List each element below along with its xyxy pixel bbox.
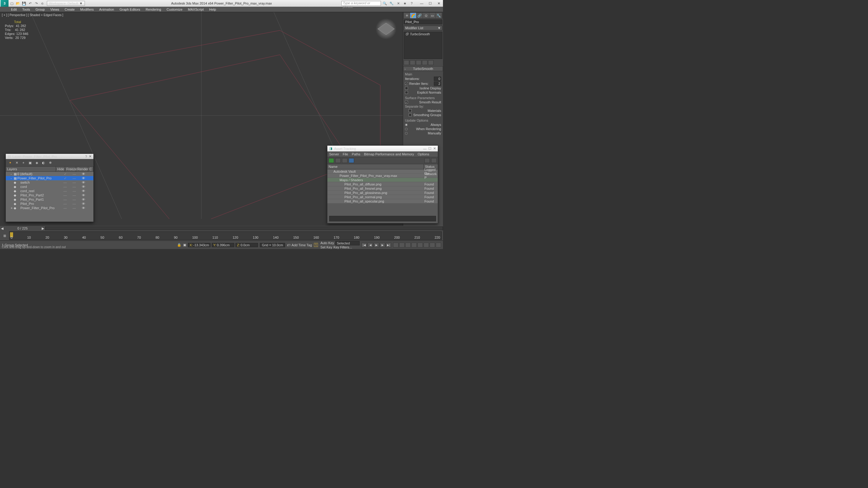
configure-sets-icon[interactable] (428, 60, 434, 65)
selection-lock-icon[interactable]: ▣ (183, 243, 186, 247)
undo-icon[interactable]: ↶ (27, 1, 33, 6)
make-unique-icon[interactable] (416, 60, 422, 65)
render-iters-spinner[interactable] (434, 82, 441, 86)
menu-server[interactable]: Server (329, 152, 339, 156)
table-view-icon[interactable] (349, 158, 354, 163)
app-menu-button[interactable]: 3 (1, 0, 8, 7)
tab-utilities[interactable]: 🔧 (436, 13, 442, 18)
key-icon[interactable]: ⚿ (314, 242, 318, 248)
add-to-layer-icon[interactable]: + (21, 160, 26, 165)
modifier-stack-item[interactable]: ⦿ TurboSmooth (404, 32, 442, 36)
asset-tracking-dialog[interactable]: ◨ Asset Tracking — ☐ ✕ Server File Paths… (327, 145, 438, 224)
scroll-left-icon[interactable]: ◀ (0, 227, 4, 230)
walk-icon[interactable] (436, 242, 441, 248)
freeze-layer-icon[interactable]: ❄ (48, 160, 53, 165)
layer-row[interactable]: ◆Pilot_Pro_Part1——👁 (6, 197, 93, 202)
update-always-radio[interactable] (405, 124, 408, 126)
layer-row[interactable]: -▦Power_Filter_Pilot_Pro✓—👁 (6, 176, 93, 180)
maximize-viewport-icon[interactable] (424, 242, 429, 248)
asset-row[interactable]: Autodesk VaultLogged Ou (328, 169, 438, 174)
hide-layer-icon[interactable]: ◐ (41, 160, 46, 165)
menu-maxscript[interactable]: MAXScript (188, 8, 204, 11)
tab-display[interactable]: ▭ (429, 13, 435, 18)
infocenter-search[interactable]: Type a keyword or phrase (341, 1, 381, 6)
modifier-list-dropdown[interactable]: Modifier List▼ (404, 26, 442, 30)
setkey-button[interactable]: Set Key (320, 246, 332, 249)
menu-customize[interactable]: Customize (167, 8, 183, 11)
addtimetag-button[interactable]: 🏷Add Time Tag (287, 243, 312, 247)
tab-hierarchy[interactable]: 🔗 (416, 13, 423, 18)
maximize-icon[interactable]: ☐ (428, 147, 431, 151)
asset-row[interactable]: Pilot_Pro_all_glossiness.pngFound (328, 191, 438, 195)
menu-tools[interactable]: Tools (22, 8, 30, 11)
next-frame-icon[interactable]: ▶ (380, 242, 385, 248)
layer-row[interactable]: +◆Power_Filter_Pilot_Pro——👁 (6, 206, 93, 210)
goto-start-icon[interactable]: |◀ (362, 242, 367, 248)
dialog-titlebar[interactable]: ◨ Asset Tracking — ☐ ✕ (328, 145, 438, 152)
layer-list[interactable]: -▦0 (default)✓—👁-▦Power_Filter_Pilot_Pro… (6, 172, 93, 211)
save-icon[interactable]: 💾 (21, 1, 27, 6)
minimize-button[interactable]: — (417, 0, 426, 7)
workspace-dropdown[interactable]: Workspace: Default ▼ (47, 1, 85, 6)
object-name-field[interactable]: Pilot_Pro (404, 20, 442, 24)
asset-row[interactable]: Maps / Shaders (328, 178, 438, 182)
menu-animation[interactable]: Animation (99, 8, 114, 11)
time-config-icon[interactable]: ⊞ (0, 234, 9, 238)
layer-row[interactable]: ◆Pilot_Pro_Part2——👁 (6, 193, 93, 197)
layer-row[interactable]: ◆switch——👁 (6, 180, 93, 185)
prev-frame-icon[interactable]: ◀ (368, 242, 373, 248)
status-icon[interactable] (425, 158, 430, 163)
list-view-icon[interactable] (342, 158, 347, 163)
subscription-icon[interactable]: 🔧 (389, 1, 394, 6)
tab-create[interactable]: ✳ (404, 13, 410, 18)
iterations-spinner[interactable] (434, 77, 441, 81)
dialog-titlebar[interactable]: ▤ Layer: Power_Filter_Pilot_Pro ? ✕ (6, 154, 93, 159)
zoom-icon[interactable] (399, 242, 405, 248)
menu-create[interactable]: Create (64, 8, 74, 11)
menu-group[interactable]: Group (36, 8, 45, 11)
asset-row[interactable]: Pilot_Pro_all_normal.pngFound (328, 195, 438, 199)
layer-manager-dialog[interactable]: ▤ Layer: Power_Filter_Pilot_Pro ? ✕ ✦ ✕ … (5, 154, 94, 222)
menu-file[interactable]: File (343, 152, 348, 156)
help-icon[interactable]: ? (409, 1, 414, 6)
close-icon[interactable]: ✕ (89, 155, 92, 158)
menu-bitmap[interactable]: Bitmap Performance and Memory (364, 152, 414, 156)
rollout-turbosmooth[interactable]: -TurboSmooth (403, 66, 443, 71)
lightbulb-icon[interactable]: ⦿ (405, 32, 409, 36)
new-icon[interactable]: ▢ (9, 1, 14, 6)
tab-motion[interactable]: ⊙ (423, 13, 429, 18)
menu-help[interactable]: Help (209, 8, 216, 11)
fov-icon[interactable] (411, 242, 417, 248)
modifier-stack[interactable]: ⦿ TurboSmooth (404, 32, 442, 59)
show-end-result-icon[interactable] (410, 60, 415, 65)
select-layer-icon[interactable]: ▣ (28, 160, 33, 165)
viewcube[interactable] (375, 18, 397, 39)
materials-checkbox[interactable] (409, 109, 412, 112)
tab-modify[interactable]: 🌈 (410, 13, 416, 18)
menu-edit[interactable]: Edit (11, 8, 17, 11)
asset-row[interactable]: Power_Filter_Pilot_Pro_max_vray.maxNetwo… (328, 174, 438, 178)
pan-icon[interactable] (393, 242, 399, 248)
goto-end-icon[interactable]: ▶| (386, 242, 391, 248)
new-layer-icon[interactable]: ✦ (8, 160, 12, 165)
asset-row[interactable]: Pilot_Pro_all_specular.pngFound (328, 199, 438, 203)
close-icon[interactable]: ✕ (433, 147, 436, 151)
asset-list[interactable]: Autodesk VaultLogged OuPower_Filter_Pilo… (328, 169, 438, 203)
menu-grapheditors[interactable]: Graph Editors (120, 8, 140, 11)
highlight-layer-icon[interactable]: ◈ (34, 160, 39, 165)
menu-views[interactable]: Views (50, 8, 59, 11)
time-ruler[interactable]: 0102030405060708090100110120130140150160… (9, 231, 442, 240)
pan-view-icon[interactable] (430, 242, 435, 248)
highlight-icon[interactable] (431, 158, 437, 163)
pin-stack-icon[interactable] (404, 60, 409, 65)
autokey-button[interactable]: Auto Key (320, 241, 334, 246)
asset-row[interactable]: Pilot_Pro_all_diffuse.pngFound (328, 182, 438, 186)
key-filter-dropdown[interactable]: Selected (335, 241, 360, 246)
minimize-icon[interactable]: — (423, 147, 427, 151)
track-bar[interactable]: ◀ 0 / 225 ▶ (0, 226, 443, 231)
update-rendering-radio[interactable] (405, 128, 408, 130)
close-button[interactable]: ✕ (434, 0, 443, 7)
update-manually-radio[interactable] (405, 132, 408, 135)
menu-paths[interactable]: Paths (352, 152, 360, 156)
coord-x[interactable]: X:-13.343cm (188, 243, 211, 247)
